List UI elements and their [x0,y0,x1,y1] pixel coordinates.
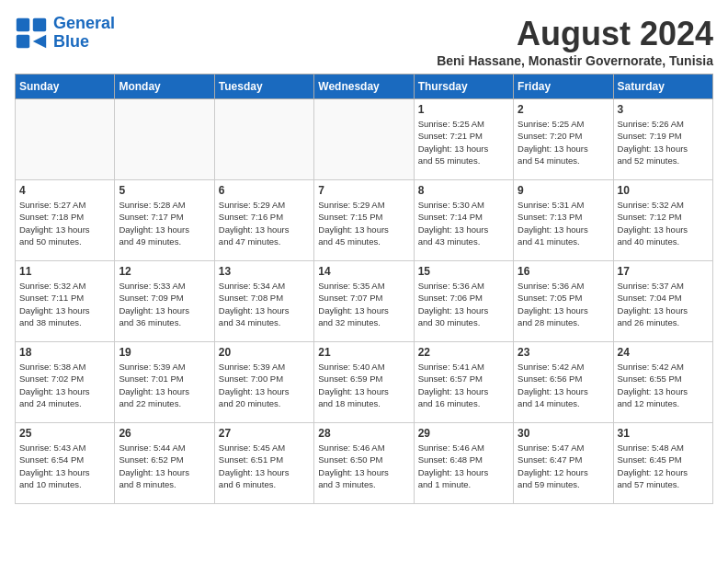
day-cell: 8Sunrise: 5:30 AM Sunset: 7:14 PM Daylig… [414,180,513,261]
day-number: 1 [418,103,509,116]
day-header-saturday: Saturday [613,75,712,99]
week-row-1: 1Sunrise: 5:25 AM Sunset: 7:21 PM Daylig… [16,99,713,180]
day-number: 30 [518,427,609,440]
day-info: Sunrise: 5:29 AM Sunset: 7:16 PM Dayligh… [219,199,310,247]
week-row-5: 25Sunrise: 5:43 AM Sunset: 6:54 PM Dayli… [16,423,713,504]
day-info: Sunrise: 5:25 AM Sunset: 7:21 PM Dayligh… [418,118,509,167]
day-number: 15 [418,265,509,278]
day-number: 17 [618,265,709,278]
day-number: 31 [618,427,709,440]
logo: General Blue [15,15,115,52]
title-area: August 2024 Beni Hassane, Monastir Gover… [437,15,713,68]
day-cell: 17Sunrise: 5:37 AM Sunset: 7:04 PM Dayli… [613,261,712,342]
day-info: Sunrise: 5:39 AM Sunset: 7:01 PM Dayligh… [119,361,210,409]
day-info: Sunrise: 5:29 AM Sunset: 7:15 PM Dayligh… [318,199,409,247]
day-info: Sunrise: 5:48 AM Sunset: 6:45 PM Dayligh… [618,442,709,490]
day-number: 13 [219,265,310,278]
day-number: 6 [219,184,310,197]
day-cell: 12Sunrise: 5:33 AM Sunset: 7:09 PM Dayli… [115,261,214,342]
day-number: 7 [318,184,409,197]
day-info: Sunrise: 5:34 AM Sunset: 7:08 PM Dayligh… [219,280,310,328]
day-number: 26 [119,427,210,440]
day-info: Sunrise: 5:46 AM Sunset: 6:50 PM Dayligh… [318,442,409,490]
svg-rect-2 [17,35,29,48]
day-info: Sunrise: 5:47 AM Sunset: 6:47 PM Dayligh… [518,442,609,490]
day-cell: 28Sunrise: 5:46 AM Sunset: 6:50 PM Dayli… [314,423,414,504]
day-info: Sunrise: 5:32 AM Sunset: 7:12 PM Dayligh… [618,199,709,247]
day-cell: 22Sunrise: 5:41 AM Sunset: 6:57 PM Dayli… [414,342,513,423]
day-header-sunday: Sunday [16,75,115,99]
day-info: Sunrise: 5:41 AM Sunset: 6:57 PM Dayligh… [418,361,509,409]
day-number: 11 [19,265,110,278]
day-cell: 25Sunrise: 5:43 AM Sunset: 6:54 PM Dayli… [16,423,115,504]
svg-rect-1 [33,18,46,31]
day-info: Sunrise: 5:46 AM Sunset: 6:48 PM Dayligh… [418,442,509,490]
day-cell: 18Sunrise: 5:38 AM Sunset: 7:02 PM Dayli… [16,342,115,423]
day-cell: 20Sunrise: 5:39 AM Sunset: 7:00 PM Dayli… [214,342,313,423]
day-cell: 29Sunrise: 5:46 AM Sunset: 6:48 PM Dayli… [414,423,513,504]
logo-icon [15,17,48,50]
month-title: August 2024 [437,15,713,53]
day-cell [314,99,414,180]
day-cell: 21Sunrise: 5:40 AM Sunset: 6:59 PM Dayli… [314,342,414,423]
day-cell [115,99,214,180]
day-cell: 7Sunrise: 5:29 AM Sunset: 7:15 PM Daylig… [314,180,414,261]
day-number: 5 [119,184,210,197]
svg-marker-3 [33,35,46,48]
day-cell: 30Sunrise: 5:47 AM Sunset: 6:47 PM Dayli… [514,423,613,504]
day-number: 25 [19,427,110,440]
day-info: Sunrise: 5:42 AM Sunset: 6:56 PM Dayligh… [518,361,609,409]
day-info: Sunrise: 5:36 AM Sunset: 7:05 PM Dayligh… [518,280,609,328]
day-cell: 27Sunrise: 5:45 AM Sunset: 6:51 PM Dayli… [214,423,313,504]
day-number: 27 [219,427,310,440]
day-cell: 5Sunrise: 5:28 AM Sunset: 7:17 PM Daylig… [115,180,214,261]
day-info: Sunrise: 5:38 AM Sunset: 7:02 PM Dayligh… [19,361,110,409]
day-cell: 2Sunrise: 5:25 AM Sunset: 7:20 PM Daylig… [514,99,613,180]
day-number: 16 [518,265,609,278]
day-cell: 19Sunrise: 5:39 AM Sunset: 7:01 PM Dayli… [115,342,214,423]
day-number: 10 [618,184,709,197]
day-cell: 26Sunrise: 5:44 AM Sunset: 6:52 PM Dayli… [115,423,214,504]
day-info: Sunrise: 5:42 AM Sunset: 6:55 PM Dayligh… [618,361,709,409]
day-info: Sunrise: 5:27 AM Sunset: 7:18 PM Dayligh… [19,199,110,247]
svg-rect-0 [17,18,29,31]
week-row-2: 4Sunrise: 5:27 AM Sunset: 7:18 PM Daylig… [16,180,713,261]
day-cell: 10Sunrise: 5:32 AM Sunset: 7:12 PM Dayli… [613,180,712,261]
day-info: Sunrise: 5:37 AM Sunset: 7:04 PM Dayligh… [618,280,709,328]
day-cell: 16Sunrise: 5:36 AM Sunset: 7:05 PM Dayli… [514,261,613,342]
day-cell: 4Sunrise: 5:27 AM Sunset: 7:18 PM Daylig… [16,180,115,261]
logo-text: General Blue [53,15,115,52]
day-header-wednesday: Wednesday [314,75,414,99]
calendar-table: SundayMondayTuesdayWednesdayThursdayFrid… [15,74,713,504]
location-title: Beni Hassane, Monastir Governorate, Tuni… [437,53,713,68]
day-number: 21 [318,346,409,359]
day-number: 18 [19,346,110,359]
day-info: Sunrise: 5:43 AM Sunset: 6:54 PM Dayligh… [19,442,110,490]
day-cell: 15Sunrise: 5:36 AM Sunset: 7:06 PM Dayli… [414,261,513,342]
day-cell: 11Sunrise: 5:32 AM Sunset: 7:11 PM Dayli… [16,261,115,342]
day-info: Sunrise: 5:45 AM Sunset: 6:51 PM Dayligh… [219,442,310,490]
day-cell: 13Sunrise: 5:34 AM Sunset: 7:08 PM Dayli… [214,261,313,342]
day-header-tuesday: Tuesday [214,75,313,99]
day-number: 29 [418,427,509,440]
day-number: 4 [19,184,110,197]
day-cell [214,99,313,180]
week-row-3: 11Sunrise: 5:32 AM Sunset: 7:11 PM Dayli… [16,261,713,342]
day-number: 24 [618,346,709,359]
day-cell: 14Sunrise: 5:35 AM Sunset: 7:07 PM Dayli… [314,261,414,342]
day-number: 23 [518,346,609,359]
day-cell: 31Sunrise: 5:48 AM Sunset: 6:45 PM Dayli… [613,423,712,504]
week-row-4: 18Sunrise: 5:38 AM Sunset: 7:02 PM Dayli… [16,342,713,423]
day-info: Sunrise: 5:39 AM Sunset: 7:00 PM Dayligh… [219,361,310,409]
day-header-monday: Monday [115,75,214,99]
day-info: Sunrise: 5:36 AM Sunset: 7:06 PM Dayligh… [418,280,509,328]
day-cell [16,99,115,180]
day-number: 14 [318,265,409,278]
day-number: 22 [418,346,509,359]
day-info: Sunrise: 5:33 AM Sunset: 7:09 PM Dayligh… [119,280,210,328]
day-info: Sunrise: 5:32 AM Sunset: 7:11 PM Dayligh… [19,280,110,328]
header: General Blue August 2024 Beni Hassane, M… [15,15,713,68]
day-info: Sunrise: 5:28 AM Sunset: 7:17 PM Dayligh… [119,199,210,247]
day-info: Sunrise: 5:30 AM Sunset: 7:14 PM Dayligh… [418,199,509,247]
day-cell: 1Sunrise: 5:25 AM Sunset: 7:21 PM Daylig… [414,99,513,180]
